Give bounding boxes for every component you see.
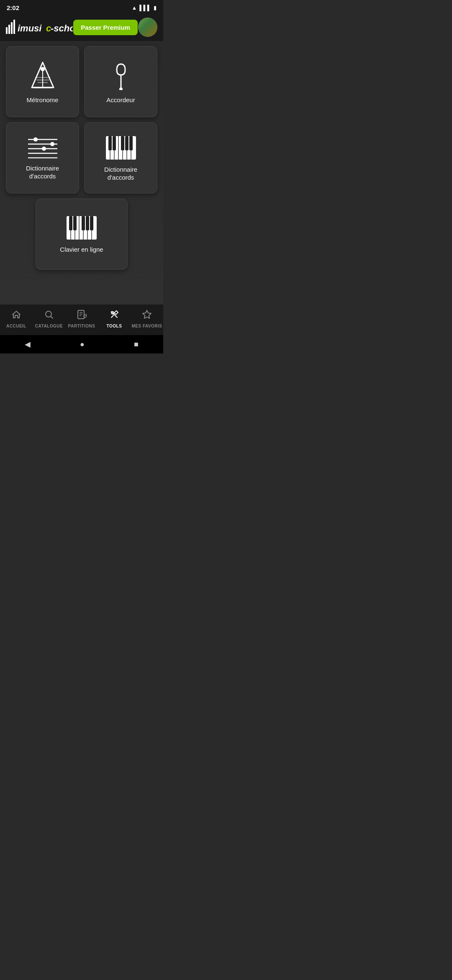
svg-rect-45 xyxy=(82,216,85,230)
svg-rect-47 xyxy=(90,216,93,230)
premium-button[interactable]: Passer Premium xyxy=(73,20,138,35)
tool-card-accordeur[interactable]: Accordeur xyxy=(84,46,157,117)
svg-text:imusi: imusi xyxy=(18,23,42,34)
tool-row-1: Métronome Accordeur xyxy=(6,46,157,117)
star-icon xyxy=(142,309,152,322)
status-time: 2:02 xyxy=(7,4,19,11)
svg-rect-43 xyxy=(69,216,72,230)
dict1-label: Dictionnaired'accords xyxy=(26,164,59,181)
svg-rect-50 xyxy=(78,310,84,319)
nav-label-favoris: MES FAVORIS xyxy=(131,324,162,328)
tuning-fork-icon xyxy=(113,61,129,90)
svg-rect-1 xyxy=(8,25,10,34)
signal-icon: ▌▌▌ xyxy=(139,5,151,11)
nav-item-favoris[interactable]: MES FAVORIS xyxy=(131,308,163,330)
main-content: Métronome Accordeur xyxy=(0,41,163,304)
nav-item-catalogue[interactable]: CATALOGUE xyxy=(33,308,65,330)
status-bar: 2:02 ▲ ▌▌▌ ▮ xyxy=(0,0,163,13)
svg-rect-44 xyxy=(73,216,77,230)
home-button[interactable]: ● xyxy=(80,340,85,349)
wifi-icon: ▲ xyxy=(131,5,137,11)
tool-card-dict-1[interactable]: Dictionnaired'accords xyxy=(6,122,79,193)
house-icon xyxy=(11,309,21,322)
piano-keyboard-icon-1 xyxy=(106,136,136,160)
back-button[interactable]: ◀ xyxy=(25,340,31,349)
svg-point-15 xyxy=(119,88,123,90)
svg-rect-3 xyxy=(13,20,15,34)
search-icon xyxy=(44,309,54,322)
svg-rect-34 xyxy=(125,136,128,150)
svg-rect-35 xyxy=(129,136,133,150)
status-icons: ▲ ▌▌▌ ▮ xyxy=(131,5,157,11)
tool-card-clavier[interactable]: Clavier en ligne xyxy=(36,199,128,270)
bottom-nav: ACCUEIL CATALOGUE PARTITIONS xyxy=(0,304,163,335)
svg-point-22 xyxy=(42,147,46,151)
piano-keyboard-icon-2 xyxy=(67,216,97,240)
svg-rect-31 xyxy=(108,136,112,150)
svg-marker-59 xyxy=(143,310,151,318)
svg-text:-school: -school xyxy=(51,23,73,34)
battery-icon: ▮ xyxy=(154,5,157,11)
svg-rect-32 xyxy=(113,136,116,150)
svg-rect-0 xyxy=(6,27,8,34)
book-icon xyxy=(77,309,87,322)
nav-label-accueil: ACCUEIL xyxy=(6,324,26,328)
recent-button[interactable]: ■ xyxy=(134,340,139,349)
avatar[interactable] xyxy=(138,18,157,37)
metronome-icon xyxy=(30,61,55,90)
nav-item-partitions[interactable]: PARTITIONS xyxy=(65,308,98,330)
svg-point-9 xyxy=(41,67,45,71)
nav-label-catalogue: CATALOGUE xyxy=(35,324,63,328)
android-nav: ◀ ● ■ xyxy=(0,335,163,353)
svg-rect-2 xyxy=(11,22,13,34)
svg-line-49 xyxy=(51,317,53,319)
accordeur-label: Accordeur xyxy=(106,96,135,104)
tool-card-metronome[interactable]: Métronome xyxy=(6,46,79,117)
tools-icon xyxy=(109,309,119,322)
avatar-image xyxy=(138,18,157,37)
clavier-label: Clavier en ligne xyxy=(60,245,103,254)
equalizer-icon xyxy=(28,137,57,158)
nav-item-tools[interactable]: TOOLS xyxy=(98,308,131,330)
svg-point-23 xyxy=(50,142,54,146)
svg-line-57 xyxy=(111,315,113,317)
nav-label-tools: TOOLS xyxy=(107,324,122,328)
spacer xyxy=(6,275,157,299)
logo: imusi c -school xyxy=(6,18,73,36)
tool-card-dict-2[interactable]: Dictionnaired'accords xyxy=(84,122,157,193)
nav-label-partitions: PARTITIONS xyxy=(68,324,95,328)
tool-row-3: Clavier en ligne xyxy=(6,199,157,270)
svg-rect-46 xyxy=(86,216,89,230)
svg-point-21 xyxy=(33,137,38,142)
dict2-label: Dictionnaired'accords xyxy=(104,165,137,182)
tool-row-2: Dictionnaired'accords xyxy=(6,122,157,193)
header: imusi c -school Passer Premium xyxy=(0,13,163,41)
nav-item-accueil[interactable]: ACCUEIL xyxy=(0,308,33,330)
svg-rect-33 xyxy=(121,136,124,150)
metronome-label: Métronome xyxy=(27,96,59,104)
